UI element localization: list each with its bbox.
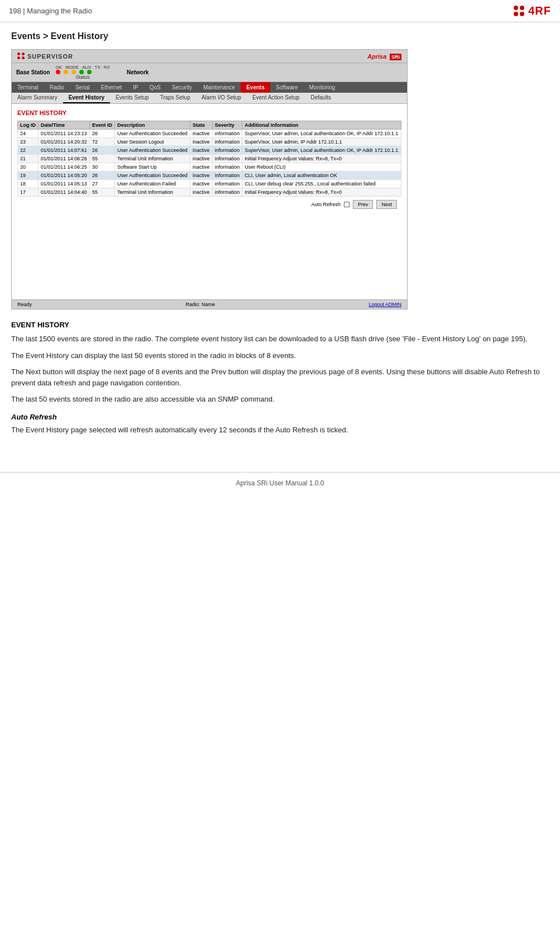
subnav-alarm-summary[interactable]: Alarm Summary (12, 93, 63, 103)
content-area: EVENT HISTORY Log ID Date/Time Event ID … (12, 104, 407, 299)
status-indicators-group: OK MODE AUX TX RX Status (56, 65, 110, 80)
aux-label: AUX (82, 65, 91, 70)
table-cell-7-0: 17 (18, 188, 39, 197)
auto-refresh-label: Auto Refresh (311, 202, 341, 207)
event-table: Log ID Date/Time Event ID Description St… (17, 121, 401, 197)
auto-refresh-checkbox[interactable] (344, 202, 350, 207)
subnav-event-action[interactable]: Event Action Setup (247, 93, 305, 103)
logout-button[interactable]: Logout ADMIN (368, 302, 401, 307)
base-station-block: Base Station (16, 69, 50, 75)
logo-dots-icon (514, 6, 525, 17)
aprisa-badge: Aprisa SRi (367, 52, 401, 60)
table-cell-5-1: 01/01/2011 14:05:20 (39, 171, 90, 180)
table-cell-7-2: 55 (89, 188, 114, 197)
sub-nav: Alarm Summary Event History Events Setup… (12, 93, 407, 104)
nav-terminal[interactable]: Terminal (12, 82, 44, 93)
sup-dot-1 (17, 53, 20, 55)
table-cell-7-4: inactive (190, 188, 213, 197)
subnav-traps-setup[interactable]: Traps Setup (155, 93, 196, 103)
next-button[interactable]: Next (376, 200, 397, 209)
nav-ip[interactable]: IP (127, 82, 143, 93)
table-row: 2401/01/2011 14:23:1326User Authenticati… (18, 130, 401, 138)
italic-heading: Auto Refresh (11, 413, 549, 421)
table-cell-5-4: inactive (190, 171, 213, 180)
table-row: 2101/01/2011 14:06:2655Terminal Unit Inf… (18, 155, 401, 163)
subnav-alarm-io[interactable]: Alarm I/O Setup (196, 93, 247, 103)
subnav-event-history[interactable]: Event History (63, 93, 110, 103)
nav-serial[interactable]: Serial (70, 82, 95, 93)
table-cell-3-5: information (212, 155, 242, 163)
subnav-defaults[interactable]: Defaults (305, 93, 337, 103)
sup-dot-4 (22, 56, 25, 59)
table-cell-2-5: information (212, 146, 242, 155)
table-cell-3-1: 01/01/2011 14:06:26 (39, 155, 90, 163)
table-cell-4-4: inactive (190, 163, 213, 171)
nav-monitoring[interactable]: Monitoring (303, 82, 341, 93)
supervisor-title: SUPERVISOR (27, 53, 73, 60)
nav-security[interactable]: Security (166, 82, 198, 93)
body-paragraph: The last 1500 events are stored in the r… (11, 333, 549, 345)
screenshot-container: SUPERVISOR Aprisa SRi Base Station OK MO… (11, 49, 408, 309)
sup-logo-dots (17, 53, 25, 60)
logo-text: 4RF (528, 4, 551, 17)
page-content: Events > Event History SUPERVISOR Aprisa… (0, 22, 560, 450)
table-row: 1901/01/2011 14:05:2026User Authenticati… (18, 171, 401, 180)
indicators-labels-row: OK MODE AUX TX RX (56, 65, 110, 70)
status-bar: Base Station OK MODE AUX TX RX Status (12, 63, 407, 82)
table-cell-0-6: SuperVisor, User admin, Local authentica… (242, 130, 401, 138)
nav-ethernet[interactable]: Ethernet (95, 82, 128, 93)
table-cell-6-3: User Authentication Failed (115, 180, 190, 188)
table-cell-6-2: 27 (89, 180, 114, 188)
nav-radio[interactable]: Radio (44, 82, 70, 93)
table-cell-1-6: SuperVisor, User admin, IP Addr 172.10.1… (242, 138, 401, 146)
table-cell-0-3: User Authentication Succeeded (115, 130, 190, 138)
col-datetime: Date/Time (39, 121, 90, 130)
table-cell-5-5: information (212, 171, 242, 180)
table-cell-6-0: 18 (18, 180, 39, 188)
table-cell-3-3: Terminal Unit Information (115, 155, 190, 163)
table-cell-1-1: 01/01/2011 14:20:32 (39, 138, 90, 146)
table-cell-3-6: Initial Frequency Adjust Values: Rx=8, T… (242, 155, 401, 163)
table-cell-6-1: 01/01/2011 14:05:13 (39, 180, 90, 188)
table-cell-5-0: 19 (18, 171, 39, 180)
table-cell-5-2: 26 (89, 171, 114, 180)
network-label: Network (127, 69, 149, 75)
table-cell-7-3: Terminal Unit Information (115, 188, 190, 197)
table-cell-3-4: inactive (190, 155, 213, 163)
table-cell-1-4: inactive (190, 138, 213, 146)
table-cell-0-0: 24 (18, 130, 39, 138)
table-cell-5-6: CLI, User admin, Local authentication OK (242, 171, 401, 180)
col-severity: Severity (212, 121, 242, 130)
aprisa-label: Aprisa (367, 53, 386, 60)
tx-indicator (79, 70, 84, 74)
section-heading: EVENT HISTORY (11, 321, 549, 329)
main-nav: Terminal Radio Serial Ethernet IP QoS Se… (12, 82, 407, 93)
logo-dot-1 (514, 6, 518, 10)
table-cell-2-3: User Authentication Succeeded (115, 146, 190, 155)
logo-dot-4 (520, 12, 524, 16)
status-footer: Ready Radio: Name Logout ADMIN (12, 299, 407, 309)
table-cell-1-5: information (212, 138, 242, 146)
table-cell-3-2: 55 (89, 155, 114, 163)
table-cell-6-6: CLI, User debug clear 255.255., Local au… (242, 180, 401, 188)
nav-qos[interactable]: QoS (144, 82, 166, 93)
table-cell-2-0: 22 (18, 146, 39, 155)
nav-events[interactable]: Events (241, 82, 270, 93)
table-cell-4-0: 20 (18, 163, 39, 171)
table-cell-2-1: 01/01/2011 14:07:61 (39, 146, 90, 155)
table-cell-7-6: Initial Frequency Adjust Values: Rx=8, T… (242, 188, 401, 197)
rx-indicator (87, 70, 92, 74)
table-row: 2001/01/2011 14:06:2530Software Start Up… (18, 163, 401, 171)
nav-maintenance[interactable]: Maintenance (198, 82, 241, 93)
subnav-events-setup[interactable]: Events Setup (110, 93, 154, 103)
mode-indicator (64, 70, 68, 74)
nav-software[interactable]: Software (270, 82, 303, 93)
body-sections: EVENT HISTORYThe last 1500 events are st… (11, 321, 549, 435)
table-row: 1801/01/2011 14:05:1327User Authenticati… (18, 180, 401, 188)
table-cell-0-1: 01/01/2011 14:23:13 (39, 130, 90, 138)
prev-button[interactable]: Prev (353, 200, 374, 209)
ok-label: OK (56, 65, 63, 70)
sup-dot-2 (22, 53, 25, 55)
table-cell-4-5: information (212, 163, 242, 171)
aux-indicator (71, 70, 76, 74)
